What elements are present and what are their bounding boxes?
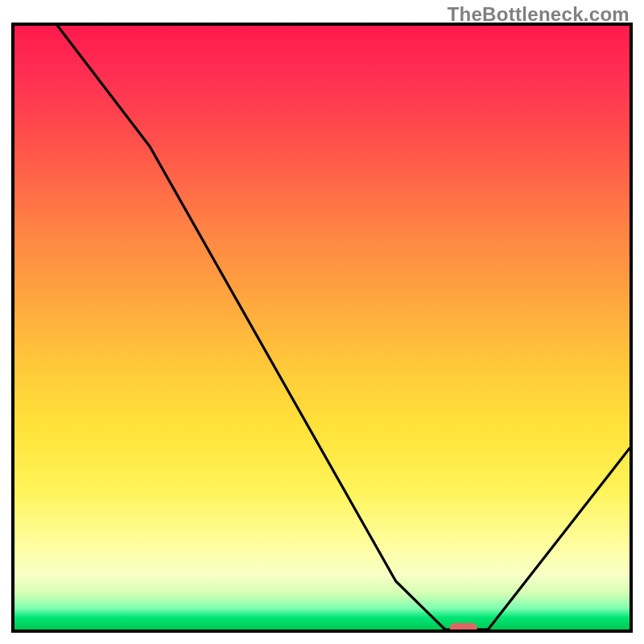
plot-frame [11, 23, 633, 633]
curve-layer [14, 26, 630, 630]
chart-stage: TheBottleneck.com [0, 0, 644, 644]
bottleneck-curve [14, 26, 630, 630]
optimum-marker [450, 623, 477, 630]
